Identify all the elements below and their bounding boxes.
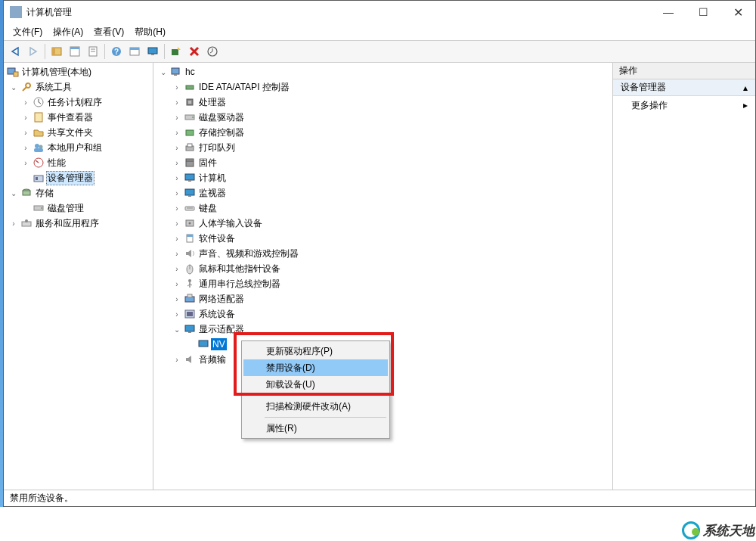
expand-icon[interactable]: › bbox=[20, 144, 31, 152]
menu-file[interactable]: 文件(F) bbox=[13, 26, 42, 39]
expand-icon[interactable]: › bbox=[20, 129, 31, 137]
dev-keyboard[interactable]: ›键盘 bbox=[153, 201, 612, 216]
menu-view[interactable]: 查看(V) bbox=[94, 26, 124, 39]
show-hide-tree-button[interactable] bbox=[48, 43, 65, 60]
device-tree-panel[interactable]: ⌄hc ›IDE ATA/ATAPI 控制器›处理器›磁盘驱动器›存储控制器›打… bbox=[153, 63, 613, 490]
performance-icon bbox=[33, 157, 45, 169]
expand-icon[interactable]: › bbox=[20, 113, 31, 122]
actions-more[interactable]: 更多操作 ▸ bbox=[613, 96, 755, 114]
target-button[interactable] bbox=[204, 43, 221, 60]
export-button[interactable] bbox=[85, 43, 101, 60]
expand-icon[interactable]: › bbox=[172, 219, 182, 228]
tree-devicemgr[interactable]: 设备管理器 bbox=[4, 170, 153, 185]
computer-mgmt-icon bbox=[7, 66, 19, 78]
collapse-icon[interactable]: ⌄ bbox=[8, 83, 19, 92]
expand-icon[interactable]: › bbox=[172, 280, 182, 288]
dev-computer[interactable]: ›计算机 bbox=[153, 170, 612, 185]
expand-icon[interactable]: › bbox=[172, 310, 182, 319]
expand-icon[interactable]: › bbox=[172, 83, 182, 92]
dev-printq[interactable]: ›打印队列 bbox=[153, 140, 612, 155]
svg-rect-33 bbox=[186, 86, 194, 89]
watermark: 系统天地 bbox=[682, 521, 754, 539]
ctx-properties[interactable]: 属性(R) bbox=[243, 420, 388, 437]
dev-usb[interactable]: ›通用串行总线控制器 bbox=[153, 276, 612, 291]
monitor-button[interactable] bbox=[144, 43, 161, 60]
maximize-button[interactable]: ☐ bbox=[686, 1, 720, 23]
nav-back-button[interactable] bbox=[7, 43, 23, 60]
tree-systools[interactable]: ⌄ 系统工具 bbox=[4, 79, 153, 95]
keyboard-icon bbox=[184, 202, 196, 214]
console-tree-panel[interactable]: 计算机管理(本地) ⌄ 系统工具 › 任务计划程序 › 事件查看器 › 共享文件… bbox=[4, 63, 153, 490]
svg-rect-1 bbox=[52, 48, 55, 55]
tree-storage[interactable]: ⌄ 存储 bbox=[4, 185, 153, 201]
dev-hid[interactable]: ›人体学输入设备 bbox=[153, 216, 612, 231]
ctx-disable-device[interactable]: 禁用设备(D) bbox=[243, 359, 388, 376]
expand-icon[interactable]: › bbox=[172, 235, 182, 243]
svg-rect-65 bbox=[199, 340, 208, 347]
tree-taskscheduler[interactable]: › 任务计划程序 bbox=[4, 95, 153, 110]
expand-icon[interactable]: › bbox=[172, 265, 182, 273]
expand-icon[interactable]: › bbox=[172, 204, 182, 213]
ctx-uninstall-device[interactable]: 卸载设备(U) bbox=[243, 376, 388, 393]
expand-icon[interactable]: › bbox=[172, 113, 182, 122]
computer-icon bbox=[184, 172, 196, 184]
tree-root[interactable]: 计算机管理(本地) bbox=[4, 64, 153, 79]
close-button[interactable]: ✕ bbox=[720, 1, 755, 23]
dev-disk[interactable]: ›磁盘驱动器 bbox=[153, 110, 612, 125]
expand-icon[interactable]: › bbox=[172, 189, 182, 197]
svg-rect-24 bbox=[36, 177, 38, 180]
ctx-update-driver[interactable]: 更新驱动程序(P) bbox=[243, 343, 388, 359]
expand-icon[interactable]: › bbox=[172, 159, 182, 167]
dev-storage_ctrl[interactable]: ›存储控制器 bbox=[153, 125, 612, 140]
status-text: 禁用所选设备。 bbox=[10, 492, 73, 505]
scan-hardware-button[interactable] bbox=[168, 43, 184, 60]
mouse-icon bbox=[184, 263, 196, 275]
firmware-icon bbox=[184, 157, 196, 169]
tree-localusers[interactable]: › 本地用户和组 bbox=[4, 140, 153, 155]
remove-button[interactable] bbox=[186, 43, 203, 60]
expand-icon[interactable]: › bbox=[172, 295, 182, 303]
expand-icon[interactable]: › bbox=[20, 98, 31, 107]
pc-icon bbox=[170, 66, 182, 78]
expand-icon[interactable]: › bbox=[8, 219, 19, 228]
expand-icon[interactable]: › bbox=[172, 144, 182, 152]
toolbar-window-button[interactable] bbox=[126, 43, 143, 60]
disk-icon bbox=[184, 111, 196, 123]
minimize-button[interactable]: — bbox=[651, 1, 686, 23]
dev-software_dev[interactable]: ›软件设备 bbox=[153, 231, 612, 246]
dev-monitor[interactable]: ›监视器 bbox=[153, 185, 612, 201]
expand-icon[interactable]: › bbox=[172, 250, 182, 258]
actions-panel: 操作 设备管理器 ▴ 更多操作 ▸ bbox=[613, 63, 755, 490]
dev-firmware[interactable]: ›固件 bbox=[153, 155, 612, 170]
ctx-scan-hardware[interactable]: 扫描检测硬件改动(A) bbox=[243, 398, 388, 415]
dev-ide[interactable]: ›IDE ATA/ATAPI 控制器 bbox=[153, 79, 612, 95]
ide-icon bbox=[184, 81, 196, 93]
properties-button[interactable] bbox=[67, 43, 83, 60]
expand-icon[interactable]: › bbox=[172, 174, 182, 182]
tree-performance[interactable]: › 性能 bbox=[4, 155, 153, 170]
dev-network[interactable]: ›网络适配器 bbox=[153, 291, 612, 306]
storage_ctrl-icon bbox=[184, 126, 196, 138]
svg-rect-43 bbox=[185, 174, 194, 180]
dev-sound[interactable]: ›声音、视频和游戏控制器 bbox=[153, 246, 612, 261]
titlebar[interactable]: 计算机管理 — ☐ ✕ bbox=[4, 1, 755, 23]
dev-mouse[interactable]: ›鼠标和其他指针设备 bbox=[153, 261, 612, 276]
expand-icon[interactable]: › bbox=[172, 98, 182, 107]
dev-root[interactable]: ⌄hc bbox=[153, 64, 612, 79]
dev-system_dev[interactable]: ›系统设备 bbox=[153, 306, 612, 322]
dev-cpu[interactable]: ›处理器 bbox=[153, 95, 612, 110]
collapse-icon[interactable]: ⌄ bbox=[8, 189, 19, 197]
menu-help[interactable]: 帮助(H) bbox=[135, 26, 166, 39]
usb-icon bbox=[184, 278, 196, 290]
tree-sharedfolders[interactable]: › 共享文件夹 bbox=[4, 125, 153, 140]
expand-icon[interactable]: › bbox=[20, 159, 31, 167]
tree-diskmgmt[interactable]: 磁盘管理 bbox=[4, 201, 153, 216]
actions-section[interactable]: 设备管理器 ▴ bbox=[613, 79, 755, 96]
dev-display-adapters[interactable]: ⌄显示适配器 bbox=[153, 322, 612, 337]
tree-services[interactable]: › 服务和应用程序 bbox=[4, 216, 153, 231]
nav-forward-button[interactable] bbox=[25, 43, 42, 60]
menu-action[interactable]: 操作(A) bbox=[53, 26, 83, 39]
tree-eventviewer[interactable]: › 事件查看器 bbox=[4, 110, 153, 125]
expand-icon[interactable]: › bbox=[172, 129, 182, 137]
help-button[interactable]: ? bbox=[108, 43, 125, 60]
